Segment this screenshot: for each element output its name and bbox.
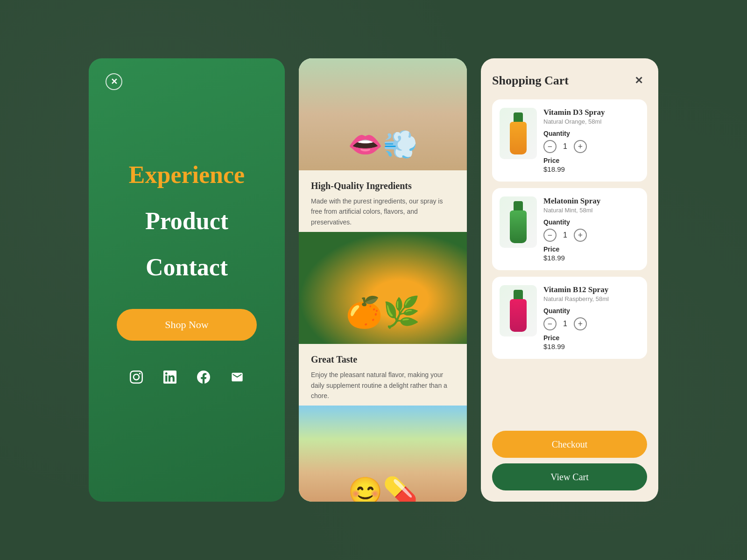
cart-item-d3-qty-label: Quantity: [543, 130, 640, 137]
d3-bottle-body: [510, 122, 527, 154]
linkedin-icon[interactable]: [162, 369, 178, 385]
section-2-text: Enjoy the pleasant natural flavor, makin…: [311, 370, 455, 401]
cart-actions: Checkout View Cart: [492, 431, 647, 490]
cart-item-d3-increase-button[interactable]: +: [574, 140, 587, 153]
cart-item-b12-qty-label: Quantity: [543, 307, 640, 315]
cart-item-b12-details: Vitamin B12 Spray Natural Raspberry, 58m…: [543, 285, 640, 350]
menu-panel: ✕ Experience Product Contact Shop Now: [89, 58, 285, 502]
menu-close-button[interactable]: ✕: [106, 73, 122, 90]
woman-image: [299, 406, 467, 502]
d3-bottle-cap: [514, 112, 523, 123]
cart-item-b12-price: $18.99: [543, 343, 640, 350]
cart-item-d3-qty-control: − 1 +: [543, 140, 640, 153]
cart-item-b12-qty-control: − 1 +: [543, 317, 640, 330]
content-section-2: Great Taste Enjoy the pleasant natural f…: [299, 344, 467, 406]
facebook-icon[interactable]: [195, 369, 212, 385]
nav-item-contact[interactable]: Contact: [146, 253, 228, 281]
menu-nav: Experience Product Contact: [103, 161, 271, 281]
cart-item-melatonin-qty-control: − 1 +: [543, 229, 640, 242]
cart-close-button[interactable]: ✕: [630, 72, 647, 89]
b12-bottle-cap: [514, 290, 523, 300]
melatonin-bottle-body: [510, 210, 527, 243]
cart-item-b12-variant: Natural Raspberry, 58ml: [543, 295, 640, 302]
cart-item-melatonin-increase-button[interactable]: +: [574, 229, 587, 242]
nav-item-product[interactable]: Product: [145, 207, 228, 235]
cart-item-d3-image: [500, 108, 537, 159]
oranges-image: [299, 232, 467, 344]
cart-item-b12-decrease-button[interactable]: −: [543, 317, 557, 330]
content-scroll: High-Quality Ingredients Made with the p…: [299, 58, 467, 502]
cart-item-melatonin-name: Melatonin Spray: [543, 196, 640, 206]
melatonin-bottle-cap: [514, 201, 523, 211]
b12-bottle: [507, 290, 530, 332]
cart-item-d3-details: Vitamin D3 Spray Natural Orange, 58ml Qu…: [543, 108, 640, 173]
cart-item-b12-name: Vitamin B12 Spray: [543, 285, 640, 294]
cart-item-melatonin-variant: Natural Mint, 58ml: [543, 207, 640, 214]
cart-item-d3-quantity: 1: [563, 142, 567, 151]
cart-item-melatonin-price-label: Price: [543, 245, 640, 253]
b12-bottle-body: [510, 299, 527, 332]
cart-item-vitamin-d3: Vitamin D3 Spray Natural Orange, 58ml Qu…: [492, 99, 647, 182]
cart-item-melatonin-details: Melatonin Spray Natural Mint, 58ml Quant…: [543, 196, 640, 262]
section-1-text: Made with the purest ingredients, our sp…: [311, 196, 455, 227]
social-icons-bar: [128, 369, 246, 385]
cart-items-list: Vitamin D3 Spray Natural Orange, 58ml Qu…: [492, 99, 647, 422]
cart-item-vitamin-b12: Vitamin B12 Spray Natural Raspberry, 58m…: [492, 277, 647, 359]
cart-item-b12-quantity: 1: [563, 320, 567, 328]
content-section-1: High-Quality Ingredients Made with the p…: [299, 170, 467, 232]
cart-item-b12-image: [500, 285, 537, 336]
cart-item-d3-name: Vitamin D3 Spray: [543, 108, 640, 117]
cart-item-melatonin: Melatonin Spray Natural Mint, 58ml Quant…: [492, 188, 647, 270]
checkout-button[interactable]: Checkout: [492, 431, 647, 458]
cart-item-d3-price-label: Price: [543, 157, 640, 164]
shop-now-button[interactable]: Shop Now: [117, 309, 257, 341]
cart-item-b12-increase-button[interactable]: +: [574, 317, 587, 330]
section-1-title: High-Quality Ingredients: [311, 181, 455, 191]
cart-item-b12-price-label: Price: [543, 334, 640, 342]
cart-item-d3-variant: Natural Orange, 58ml: [543, 118, 640, 125]
cart-panel: Shopping Cart ✕ Vitamin D3 Spray Natural…: [481, 58, 658, 502]
content-panel: High-Quality Ingredients Made with the p…: [299, 58, 467, 502]
melatonin-bottle: [507, 201, 530, 243]
cart-item-melatonin-price: $18.99: [543, 254, 640, 262]
spray-image: [299, 58, 467, 170]
cart-item-melatonin-image: [500, 196, 537, 248]
section-2-title: Great Taste: [311, 354, 455, 365]
cart-item-d3-price: $18.99: [543, 165, 640, 173]
instagram-icon[interactable]: [128, 369, 145, 385]
d3-bottle: [507, 112, 530, 154]
cart-item-melatonin-quantity: 1: [563, 231, 567, 239]
nav-item-experience[interactable]: Experience: [129, 161, 245, 189]
cart-item-melatonin-decrease-button[interactable]: −: [543, 229, 557, 242]
view-cart-button[interactable]: View Cart: [492, 463, 647, 490]
cart-header: Shopping Cart ✕: [492, 72, 647, 89]
cart-item-melatonin-qty-label: Quantity: [543, 218, 640, 226]
cart-title: Shopping Cart: [492, 74, 569, 88]
email-icon[interactable]: [229, 369, 246, 385]
cart-item-d3-decrease-button[interactable]: −: [543, 140, 557, 153]
